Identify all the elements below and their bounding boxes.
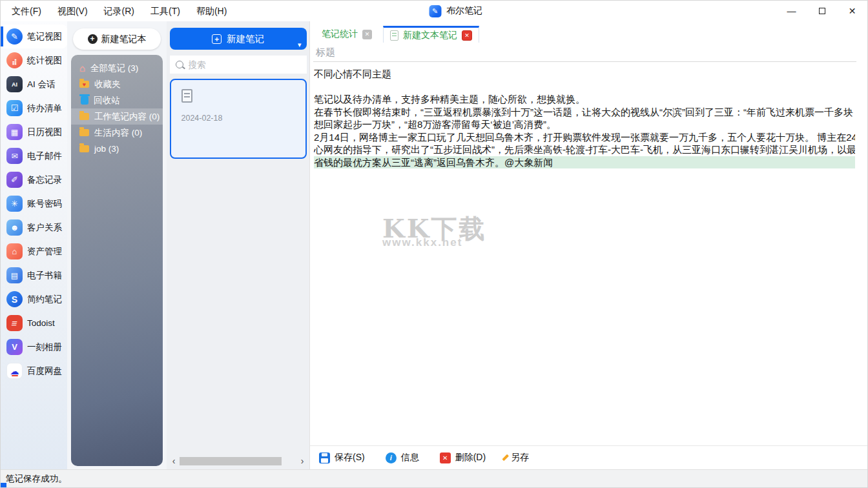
maximize-icon	[819, 8, 825, 14]
sidebar-item-baidu-netdisk[interactable]: ☁ 百度网盘	[1, 359, 67, 383]
tree-item-job[interactable]: job (3)	[71, 141, 163, 157]
email-icon: ✉	[6, 148, 23, 164]
tab-new-text-note[interactable]: 新建文本笔记 ✕	[383, 26, 479, 43]
editor-text-line: 想回家起步一万块”，“超8万游客滞留每天‘被迫’高消费”。	[314, 118, 855, 131]
info-button[interactable]: i 信息	[386, 452, 419, 463]
close-icon[interactable]: ✕	[362, 30, 372, 39]
ai-chat-icon: AI	[6, 76, 23, 92]
sidebar-item-memo[interactable]: ✐ 备忘记录	[1, 168, 67, 192]
status-bar: 笔记保存成功。	[1, 469, 867, 487]
sidebar-item-notes-view[interactable]: ✎ 笔记视图	[1, 25, 67, 48]
sidebar-item-email[interactable]: ✉ 电子邮件	[1, 144, 67, 168]
new-notebook-button[interactable]: + 新建笔记本	[73, 28, 161, 50]
new-note-button[interactable]: ＋ 新建笔记 ▾	[170, 28, 307, 50]
sidebar-label: 日历视图	[27, 127, 62, 138]
sidebar-label: 客户关系	[27, 222, 62, 234]
menu-file[interactable]: 文件(F)	[6, 1, 47, 21]
sidebar-label: 一刻相册	[27, 341, 62, 353]
assets-icon: ⌂	[6, 243, 23, 259]
sidebar-item-photo-album[interactable]: V 一刻相册	[1, 335, 67, 359]
sidebar-item-ebooks[interactable]: ▤ 电子书籍	[1, 263, 67, 287]
sidebar-label: 笔记视图	[27, 31, 62, 43]
tree-label: job (3)	[94, 144, 119, 154]
sidebar-item-customer-relations[interactable]: ☻ 客户关系	[1, 216, 67, 239]
tree-item-favorites[interactable]: 收藏夹	[71, 76, 163, 92]
note-card-date: 2024-02-18	[181, 114, 305, 123]
sidebar-label: 简约笔记	[27, 294, 62, 305]
tree-item-all-notes[interactable]: ⌂ 全部笔记 (3)	[71, 60, 163, 76]
save-floppy-icon	[319, 452, 330, 463]
save-label: 保存(S)	[335, 452, 365, 463]
sidebar-item-calendar-view[interactable]: ▦ 日历视图	[1, 120, 67, 144]
delete-button[interactable]: ✕ 删除(D)	[440, 452, 486, 463]
scroll-left-arrow-icon[interactable]: ‹	[169, 456, 178, 465]
note-content[interactable]: 不同心情不同主题 笔记以及待办清单，支持多种精美主题，随心所欲，想换就换。 在春…	[310, 62, 867, 445]
menu-tools[interactable]: 工具(T)	[145, 1, 186, 21]
tree-item-work-notes[interactable]: 工作笔记内容 (0)	[71, 108, 163, 125]
tree-item-life-notes[interactable]: 生活内容 (0)	[71, 125, 163, 141]
sidebar-item-todoist[interactable]: ≡ Todoist	[1, 311, 67, 335]
watermark: KK下载 www.kkx.net	[382, 222, 487, 249]
passwords-icon: ✳	[6, 196, 23, 212]
sidebar-item-assets[interactable]: ⌂ 资产管理	[1, 239, 67, 263]
editor-text-line: 笔记以及待办清单，支持多种精美主题，随心所欲，想换就换。	[314, 93, 855, 106]
status-text: 笔记保存成功。	[6, 473, 67, 485]
sidebar-label: 电子邮件	[27, 150, 62, 162]
scroll-right-arrow-icon[interactable]: ›	[298, 456, 307, 465]
delete-icon: ✕	[440, 452, 451, 463]
menu-view[interactable]: 视图(V)	[52, 1, 94, 21]
menu-record[interactable]: 记录(R)	[98, 1, 140, 21]
app-logo-icon: ✎	[429, 5, 441, 17]
plus-square-icon: ＋	[212, 34, 222, 44]
note-title-input[interactable]	[313, 46, 856, 57]
notes-view-icon: ✎	[6, 28, 23, 45]
sidebar-item-passwords[interactable]: ✳ 账号密码	[1, 192, 67, 216]
save-as-button[interactable]: 另存	[506, 452, 529, 463]
info-label: 信息	[401, 452, 419, 463]
sidebar-item-todo-list[interactable]: ☑ 待办清单	[1, 96, 67, 120]
search-input[interactable]	[189, 60, 307, 70]
sidebar-label: 账号密码	[27, 198, 62, 210]
menu-help[interactable]: 帮助(H)	[191, 1, 232, 21]
baidu-netdisk-icon: ☁	[6, 363, 23, 379]
sidebar: ✎ 笔记视图 ⣴ 统计视图 AI AI 会话 ☑ 待办清单 ▦ 日历视图 ✉ 电…	[1, 21, 67, 469]
sidebar-item-ai-chat[interactable]: AI AI 会话	[1, 72, 67, 96]
memo-icon: ✐	[6, 172, 23, 188]
tree-label: 回收站	[94, 95, 120, 107]
minimize-button[interactable]: —	[776, 1, 807, 21]
sidebar-item-simple-notes[interactable]: S 简约笔记	[1, 287, 67, 311]
app-window: 文件(F) 视图(V) 记录(R) 工具(T) 帮助(H) ✎ 布尔笔记 — ✕…	[0, 0, 868, 488]
scrollbar-thumb[interactable]	[180, 457, 282, 465]
sidebar-label: AI 会话	[27, 79, 56, 90]
watermark-title: KK下载	[382, 222, 487, 235]
title-bar: 文件(F) 视图(V) 记录(R) 工具(T) 帮助(H) ✎ 布尔笔记 — ✕	[1, 1, 867, 21]
watermark-url: www.kkx.net	[382, 236, 487, 249]
sidebar-label: Todoist	[27, 318, 55, 328]
trash-icon	[81, 96, 88, 105]
favorites-folder-icon	[79, 81, 89, 88]
chevron-down-icon[interactable]: ▾	[298, 41, 302, 49]
window-title: ✎ 布尔笔记	[429, 5, 482, 17]
new-note-label: 新建笔记	[227, 33, 264, 45]
tab-note-stats[interactable]: 笔记统计 ✕	[315, 26, 378, 43]
search-icon	[176, 61, 183, 68]
document-icon	[181, 89, 192, 103]
close-icon[interactable]: ✕	[462, 30, 472, 41]
ebooks-icon: ▤	[6, 267, 23, 283]
tree-label: 工作笔记内容 (0)	[94, 111, 160, 123]
editor-text-line: 不同心情不同主题	[314, 68, 855, 81]
editor-text-line: 2月14日，网络博主一家五口玩了几天想回乌鲁木齐，打开购票软件发现一张票就要一万…	[314, 131, 855, 144]
folder-icon	[79, 145, 89, 152]
main-area: ✎ 笔记视图 ⣴ 统计视图 AI AI 会话 ☑ 待办清单 ▦ 日历视图 ✉ 电…	[1, 21, 867, 469]
sidebar-label: 待办清单	[27, 103, 62, 114]
home-icon: ⌂	[79, 63, 85, 73]
sidebar-item-stats-view[interactable]: ⣴ 统计视图	[1, 48, 67, 72]
maximize-button[interactable]	[807, 1, 837, 21]
stats-view-icon: ⣴	[6, 52, 23, 68]
save-button[interactable]: 保存(S)	[319, 452, 365, 463]
tree-item-trash[interactable]: 回收站	[71, 92, 163, 108]
todoist-icon: ≡	[6, 315, 23, 331]
text-note-icon	[390, 30, 398, 41]
close-button[interactable]: ✕	[837, 1, 867, 21]
note-card[interactable]: 2024-02-18	[170, 79, 307, 159]
